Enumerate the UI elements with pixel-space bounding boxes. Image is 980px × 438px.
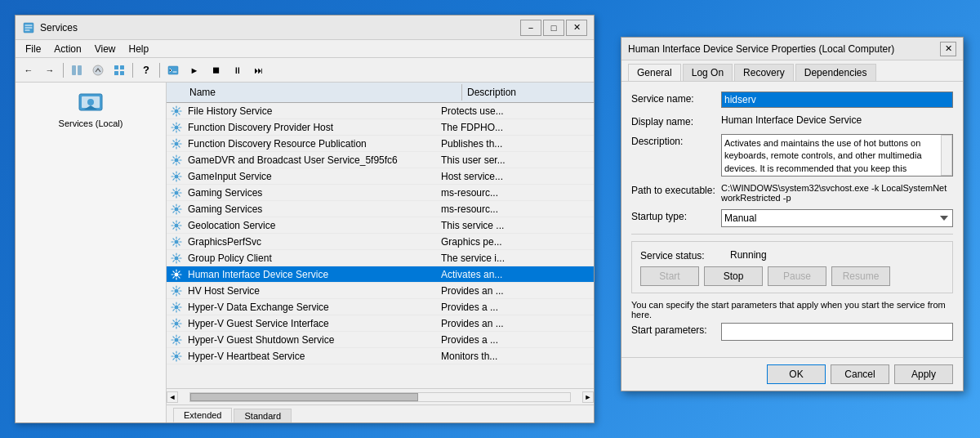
scroll-left-btn[interactable]: ◄	[167, 391, 178, 403]
table-row[interactable]: Function Discovery Resource PublicationP…	[167, 136, 594, 152]
play-button[interactable]: ►	[185, 61, 204, 79]
cancel-button[interactable]: Cancel	[831, 364, 889, 384]
back-button[interactable]: ←	[19, 61, 38, 79]
right-panel: Name Description File History ServicePro…	[167, 83, 594, 422]
dialog-tab-logon[interactable]: Log On	[683, 64, 733, 81]
service-name-value[interactable]: hidserv	[721, 92, 953, 108]
stop-button[interactable]: ◼	[206, 61, 225, 79]
restart-button[interactable]: ⏭	[248, 61, 268, 79]
menu-action[interactable]: Action	[47, 42, 87, 56]
start-button[interactable]: Start	[640, 266, 699, 286]
scroll-right-btn[interactable]: ►	[582, 391, 594, 403]
row-name: Function Discovery Resource Publication	[185, 138, 438, 150]
pause-toolbar-button[interactable]: ⏸	[227, 61, 247, 79]
svg-point-22	[175, 272, 179, 276]
table-row[interactable]: Group Policy ClientThe service i...	[167, 250, 594, 266]
col-header-desc[interactable]: Description	[462, 84, 594, 101]
col-header-name[interactable]: Name	[185, 84, 462, 101]
table-row[interactable]: Hyper-V Data Exchange ServiceProvides a …	[167, 299, 594, 315]
toolbar-separator-3	[159, 63, 160, 78]
svg-point-16	[175, 174, 179, 178]
row-name: Human Interface Device Service	[185, 269, 438, 280]
row-desc: Monitors th...	[438, 351, 594, 362]
maximize-button[interactable]: □	[543, 20, 564, 36]
action-buttons: Start Stop Pause Resume	[640, 266, 944, 286]
row-name: Group Policy Client	[185, 253, 438, 264]
services-title-bar: Services − □ ✕	[16, 16, 594, 40]
gear-icon	[168, 315, 185, 332]
table-row[interactable]: Hyper-V Guest Shutdown ServiceProvides a…	[167, 332, 594, 348]
dialog-tab-dependencies[interactable]: Dependencies	[795, 64, 876, 81]
tab-extended[interactable]: Extended	[173, 408, 232, 422]
svg-point-25	[175, 321, 179, 325]
gear-icon	[168, 348, 185, 364]
dialog-close-button[interactable]: ✕	[940, 42, 956, 56]
dialog-title: Human Interface Device Service Propertie…	[628, 43, 940, 55]
menu-bar: File Action View Help	[16, 40, 594, 58]
header-icon-spacer	[167, 84, 185, 101]
row-desc: Provides a ...	[438, 334, 594, 346]
svg-point-20	[175, 239, 179, 244]
startup-type-select[interactable]: Manual Automatic Automatic (Delayed Star…	[721, 209, 953, 227]
dialog-tab-general[interactable]: General	[628, 64, 681, 81]
dialog-tabs: General Log On Recovery Dependencies	[621, 60, 963, 82]
apply-button[interactable]: Apply	[894, 364, 953, 384]
up-button[interactable]	[88, 61, 108, 79]
gear-icon	[168, 168, 185, 185]
svg-point-14	[175, 141, 179, 145]
dialog-tab-recovery[interactable]: Recovery	[734, 64, 794, 81]
gear-icon	[168, 103, 185, 119]
menu-view[interactable]: View	[88, 42, 122, 56]
forward-button[interactable]: →	[40, 61, 60, 79]
table-row[interactable]: Hyper-V Guest Service InterfaceProvides …	[167, 315, 594, 332]
table-row[interactable]: Human Interface Device ServiceActivates …	[167, 266, 594, 283]
table-row[interactable]: Function Discovery Provider HostThe FDPH…	[167, 119, 594, 136]
close-button[interactable]: ✕	[566, 20, 587, 36]
start-params-input[interactable]	[721, 323, 953, 341]
divider-1	[631, 234, 953, 235]
service-name-row: Service name: hidserv	[631, 92, 953, 108]
pause-button[interactable]: Pause	[768, 266, 826, 286]
gear-icon	[168, 119, 185, 136]
help-button[interactable]: ?	[136, 61, 156, 79]
gear-icon	[168, 299, 185, 315]
description-scrollbar[interactable]	[941, 135, 952, 176]
row-desc: ms-resourc...	[438, 187, 594, 199]
gear-icon	[168, 217, 185, 234]
menu-file[interactable]: File	[19, 42, 47, 56]
table-row[interactable]: GameInput ServiceHost service...	[167, 168, 594, 185]
map-button[interactable]	[109, 61, 129, 79]
services-local-label: Services (Local)	[59, 118, 123, 128]
table-row[interactable]: File History ServiceProtects use...	[167, 103, 594, 119]
table-row[interactable]: GraphicsPerfSvcGraphics pe...	[167, 234, 594, 250]
toolbar: ← → ? ► ◼ ⏸ ⏭	[16, 58, 594, 83]
service-name-text: hidserv	[724, 94, 756, 105]
tab-standard[interactable]: Standard	[234, 409, 292, 422]
table-header: Name Description	[167, 83, 594, 103]
services-local-icon	[78, 89, 104, 115]
table-row[interactable]: Geolocation ServiceThis service ...	[167, 217, 594, 234]
console-button[interactable]	[163, 61, 183, 79]
table-body[interactable]: File History ServiceProtects use... Func…	[167, 103, 594, 388]
table-row[interactable]: HV Host ServiceProvides an ...	[167, 283, 594, 299]
ok-button[interactable]: OK	[767, 364, 826, 384]
stop-button[interactable]: Stop	[704, 266, 763, 286]
table-row[interactable]: Gaming Servicesms-resourc...	[167, 201, 594, 217]
svg-point-24	[175, 305, 179, 309]
table-row[interactable]: GameDVR and Broadcast User Service_5f95f…	[167, 152, 594, 168]
resume-button[interactable]: Resume	[831, 266, 890, 286]
row-desc: This service ...	[438, 220, 594, 231]
start-params-row: Start parameters:	[631, 323, 953, 341]
status-section: Service status: Running Start Stop Pause…	[631, 241, 953, 293]
show-hide-button[interactable]	[67, 61, 87, 79]
svg-rect-5	[120, 65, 124, 69]
menu-help[interactable]: Help	[122, 42, 156, 56]
svg-point-26	[175, 337, 179, 342]
horizontal-scrollbar[interactable]	[189, 392, 571, 402]
gear-icon	[168, 136, 185, 152]
row-desc: Provides an ...	[438, 285, 594, 297]
table-row[interactable]: Gaming Servicesms-resourc...	[167, 185, 594, 201]
minimize-button[interactable]: −	[520, 20, 541, 36]
svg-point-19	[175, 223, 179, 227]
table-row[interactable]: Hyper-V Heartbeat ServiceMonitors th...	[167, 348, 594, 364]
